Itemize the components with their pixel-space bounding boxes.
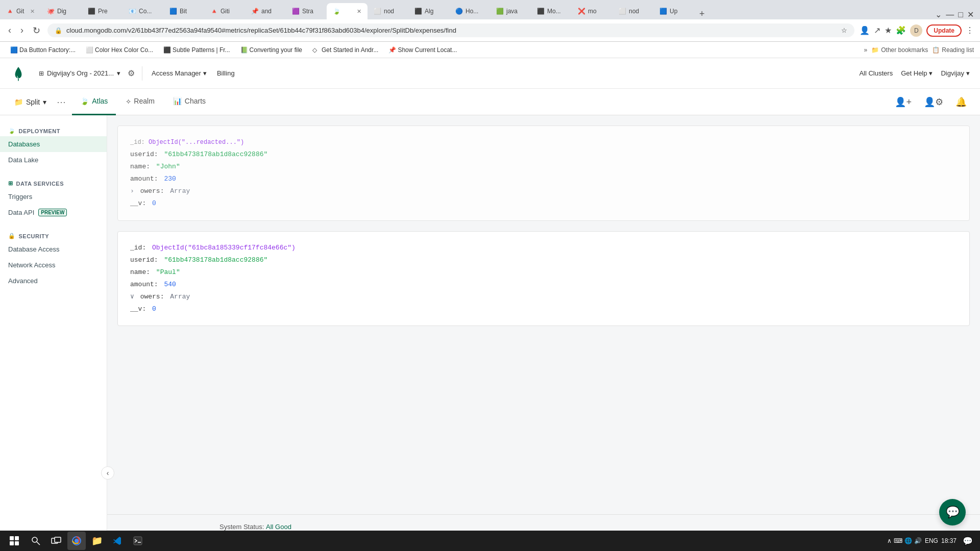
all-clusters-button[interactable]: All Clusters: [859, 69, 893, 77]
nav-tab-atlas[interactable]: 🍃 Atlas: [72, 89, 116, 115]
user-chevron-icon: ▾: [966, 69, 970, 77]
taskbar-terminal[interactable]: [129, 532, 147, 550]
access-manager-button[interactable]: Access Manager ▾: [146, 67, 212, 79]
volume-icon[interactable]: 🔊: [914, 537, 922, 544]
mongodb-logo: [10, 65, 27, 82]
sidebar-item-network-access[interactable]: Network Access: [0, 257, 107, 273]
tab-overflow-icon[interactable]: ⌄: [935, 10, 942, 19]
bookmark-star-icon[interactable]: ★: [885, 26, 892, 35]
project-menu-button[interactable]: ⋯: [53, 94, 70, 110]
tab-mongo[interactable]: 🍃 ✕: [327, 3, 368, 19]
tab-java[interactable]: 🟩 java: [490, 3, 531, 19]
tab-add-button[interactable]: +: [694, 9, 710, 19]
sidebar-item-database-access[interactable]: Database Access: [0, 241, 107, 257]
access-manager-label: Access Manager: [152, 69, 201, 77]
get-help-button[interactable]: Get Help ▾: [901, 69, 933, 77]
taskbar-time[interactable]: 18:37: [941, 537, 957, 545]
star-icon[interactable]: ☆: [841, 27, 847, 34]
tab-com[interactable]: 📧 Co...: [122, 3, 163, 19]
avatar-icon[interactable]: D: [910, 24, 922, 37]
taskbar-files[interactable]: 📁: [88, 532, 106, 550]
svg-point-4: [32, 537, 37, 542]
other-bookmarks-btn[interactable]: 📁 Other bookmarks: [871, 46, 928, 54]
sidebar-item-data-lake[interactable]: Data Lake: [0, 152, 107, 168]
start-button[interactable]: [4, 533, 24, 549]
tab-and[interactable]: 📌 and: [245, 3, 286, 19]
tab-dig[interactable]: 🐙 Dig: [41, 3, 82, 19]
sidebar-toggle-button[interactable]: ‹: [101, 466, 114, 480]
minimize-icon[interactable]: —: [946, 10, 954, 19]
tab-alg[interactable]: ⬛ Alg: [408, 3, 449, 19]
menu-icon[interactable]: ⋮: [966, 26, 974, 35]
project-name[interactable]: 📁 Split ▾: [10, 96, 51, 108]
person-settings-button[interactable]: 👤⚙: [921, 93, 946, 111]
taskbar-chrome[interactable]: [67, 532, 86, 550]
bookmark-show-location[interactable]: 📌 Show Current Locat...: [384, 45, 461, 55]
bookmarks-more-btn[interactable]: »: [864, 46, 868, 54]
tab-pre[interactable]: ⬛ Pre: [82, 3, 122, 19]
forward-button[interactable]: ›: [18, 23, 26, 38]
back-button[interactable]: ‹: [6, 23, 13, 38]
support-chat-button[interactable]: 💬: [939, 499, 966, 525]
tab-close-mongo[interactable]: ✕: [357, 8, 361, 15]
tab-nod2[interactable]: ⬜ nod: [612, 3, 653, 19]
sidebar-item-data-api[interactable]: Data API PREVIEW: [0, 205, 107, 220]
tab-label-and: and: [261, 8, 272, 15]
settings-button[interactable]: ⚙: [125, 65, 138, 81]
atlas-label: Atlas: [92, 97, 108, 105]
notifications-button[interactable]: 🔔: [952, 93, 970, 111]
tab-git[interactable]: 🔺 Git ✕: [0, 3, 41, 19]
bookmark-get-started[interactable]: ◇ Get Started in Andr...: [308, 45, 382, 55]
org-selector[interactable]: ⊞ Digvijay's Org - 2021... ▾: [35, 67, 125, 79]
share-icon[interactable]: ↗: [874, 26, 880, 35]
nav-tab-charts[interactable]: 📊 Charts: [165, 89, 214, 115]
reload-button[interactable]: ↻: [31, 23, 42, 38]
nav-tab-realm[interactable]: ⟡ Realm: [118, 89, 162, 115]
user-button[interactable]: Digvijay ▾: [941, 69, 970, 77]
taskbar-task-view[interactable]: [47, 532, 65, 550]
show-hidden-icon[interactable]: ∧: [887, 537, 892, 544]
tab-close-git[interactable]: ✕: [30, 8, 35, 15]
taskbar-vscode[interactable]: [108, 532, 127, 550]
taskbar-search[interactable]: [27, 532, 45, 550]
sidebar-item-databases[interactable]: Databases: [0, 136, 107, 152]
sidebar-item-triggers[interactable]: Triggers: [0, 189, 107, 205]
tab-mo2[interactable]: ❌ mo: [572, 3, 612, 19]
keyboard-icon[interactable]: ⌨: [894, 537, 902, 544]
bookmark-subtle-patterns[interactable]: ⬛ Subtle Patterns | Fr...: [159, 45, 234, 55]
maximize-icon[interactable]: □: [958, 10, 963, 19]
content-area[interactable]: _id: ObjectId("...redacted...") userid: …: [107, 115, 980, 514]
bookmark-converting[interactable]: 📗 Converting your file: [236, 45, 306, 55]
tab-up[interactable]: 🟦 Up: [653, 3, 694, 19]
tab-favicon-pre: ⬛: [88, 8, 95, 15]
tab-git2[interactable]: 🔺 Giti: [204, 3, 245, 19]
nav-divider-1: [142, 66, 142, 81]
tab-bit[interactable]: 🟦 Bit: [163, 3, 204, 19]
extensions-icon[interactable]: 🧩: [896, 26, 906, 35]
tab-label-git2: Giti: [220, 8, 230, 15]
profile-icon[interactable]: 👤: [860, 26, 870, 35]
sidebar-item-advanced[interactable]: Advanced: [0, 273, 107, 289]
tab-stra[interactable]: 🟪 Stra: [286, 3, 327, 19]
close-icon[interactable]: ✕: [967, 10, 974, 19]
doc1-name-line: name: "John": [130, 161, 957, 173]
tab-nod[interactable]: ⬜ nod: [368, 3, 408, 19]
tab-how[interactable]: 🔵 Ho...: [449, 3, 490, 19]
bookmark-color-hex[interactable]: ⬜ Color Hex Color Co...: [82, 45, 157, 55]
tab-label-mo2: mo: [588, 8, 597, 15]
billing-button[interactable]: Billing: [212, 67, 240, 79]
tab-favicon-mo2: ❌: [578, 8, 585, 15]
project-label: Split: [26, 98, 40, 106]
notification-center-button[interactable]: 💬: [960, 533, 976, 549]
update-button[interactable]: Update: [926, 24, 962, 37]
tab-mo[interactable]: ⬛ Mo...: [531, 3, 572, 19]
bookmarks-bar: 🟦 Da Button Factory:... ⬜ Color Hex Colo…: [0, 42, 980, 58]
url-bar[interactable]: 🔒 cloud.mongodb.com/v2/61bb43f77ed2563a9…: [47, 23, 854, 37]
reading-list-btn[interactable]: 📋 Reading list: [932, 46, 974, 54]
bookmark-da-button[interactable]: 🟦 Da Button Factory:...: [6, 45, 80, 55]
sidebar-gap-2: [0, 220, 107, 229]
network-icon[interactable]: 🌐: [904, 537, 912, 544]
add-person-button[interactable]: 👤+: [892, 93, 915, 111]
bookmark-label-color: Color Hex Color Co...: [95, 46, 153, 54]
svg-line-5: [37, 542, 40, 545]
